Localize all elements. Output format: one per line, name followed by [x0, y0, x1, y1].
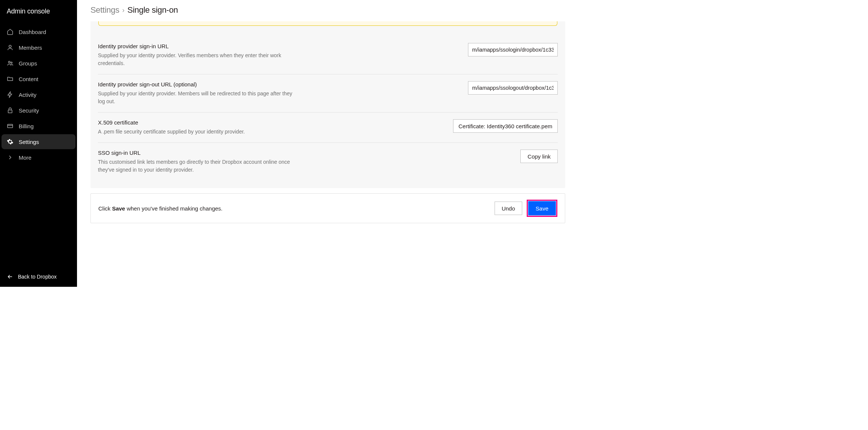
field-label: Identity provider sign-in URL	[98, 43, 292, 49]
undo-button[interactable]: Undo	[495, 202, 522, 215]
field-label: SSO sign-in URL	[98, 150, 292, 156]
svg-point-0	[9, 45, 11, 47]
sidebar-nav: Dashboard Members Groups Content	[0, 21, 77, 267]
svg-rect-4	[7, 125, 13, 128]
svg-point-1	[9, 61, 10, 63]
sidebar-item-billing[interactable]: Billing	[1, 119, 76, 133]
card-icon	[7, 123, 13, 129]
breadcrumb-parent[interactable]: Settings	[90, 5, 119, 15]
sidebar-item-label: Dashboard	[19, 29, 46, 35]
sidebar-item-dashboard[interactable]: Dashboard	[1, 24, 76, 39]
people-icon	[7, 60, 13, 67]
breadcrumb: Settings › Single sign-on	[77, 0, 579, 21]
sidebar-item-label: Members	[19, 44, 42, 51]
back-to-dropbox[interactable]: Back to Dropbox	[0, 267, 77, 287]
sidebar-item-label: Security	[19, 107, 39, 114]
save-bar: Click Save when you've finished making c…	[90, 193, 565, 223]
sidebar-item-content[interactable]: Content	[1, 71, 76, 86]
field-desc: A .pem file security certificate supplie…	[98, 128, 245, 136]
sidebar: Admin console Dashboard Members Groups	[0, 0, 77, 287]
sidebar-item-settings[interactable]: Settings	[1, 134, 76, 149]
field-desc: This customised link lets members go dir…	[98, 158, 292, 174]
home-icon	[7, 28, 13, 35]
sidebar-item-security[interactable]: Security	[1, 103, 76, 118]
field-desc: Supplied by your identity provider. Memb…	[98, 90, 292, 105]
row-signin-url: Identity provider sign-in URL Supplied b…	[98, 36, 558, 74]
sidebar-title: Admin console	[0, 0, 77, 21]
certificate-display[interactable]: Certificate: Identity360 certificate.pem	[453, 119, 558, 133]
sidebar-item-label: Content	[19, 76, 39, 82]
sidebar-item-groups[interactable]: Groups	[1, 56, 76, 71]
save-button[interactable]: Save	[528, 201, 556, 215]
arrow-left-icon	[7, 273, 13, 280]
sidebar-item-activity[interactable]: Activity	[1, 87, 76, 102]
save-highlight-box: Save	[527, 200, 557, 217]
person-icon	[7, 44, 13, 51]
field-label: Identity provider sign-out URL (optional…	[98, 81, 292, 87]
field-desc: Supplied by your identity provider. Veri…	[98, 52, 292, 67]
sidebar-item-members[interactable]: Members	[1, 40, 76, 55]
save-bar-text: Click Save when you've finished making c…	[98, 205, 222, 212]
signout-url-input[interactable]	[468, 81, 558, 95]
svg-rect-3	[8, 110, 12, 113]
lightning-icon	[7, 91, 13, 98]
sidebar-item-label: Billing	[19, 123, 34, 129]
sidebar-item-label: Groups	[19, 60, 37, 67]
main: Settings › Single sign-on Identity provi…	[77, 0, 579, 287]
field-label: X.509 certificate	[98, 119, 245, 126]
row-signout-url: Identity provider sign-out URL (optional…	[98, 74, 558, 113]
content: Identity provider sign-in URL Supplied b…	[77, 21, 579, 287]
copy-link-button[interactable]: Copy link	[520, 150, 558, 163]
row-sso-url: SSO sign-in URL This customised link let…	[98, 143, 558, 181]
sidebar-item-label: More	[19, 154, 31, 161]
signin-url-input[interactable]	[468, 43, 558, 56]
sidebar-item-label: Activity	[19, 92, 37, 98]
breadcrumb-current: Single sign-on	[127, 5, 178, 15]
row-certificate: X.509 certificate A .pem file security c…	[98, 113, 558, 143]
gear-icon	[7, 138, 13, 145]
sidebar-item-more[interactable]: More	[1, 150, 76, 165]
folder-icon	[7, 76, 13, 82]
sso-form-panel: Identity provider sign-in URL Supplied b…	[90, 21, 565, 188]
svg-point-2	[11, 62, 12, 64]
chevron-right-icon: ›	[122, 6, 124, 14]
back-label: Back to Dropbox	[18, 274, 57, 280]
lock-icon	[7, 107, 13, 114]
chevron-right-icon	[7, 154, 13, 161]
sidebar-item-label: Settings	[19, 139, 39, 145]
alert-banner	[98, 21, 557, 26]
